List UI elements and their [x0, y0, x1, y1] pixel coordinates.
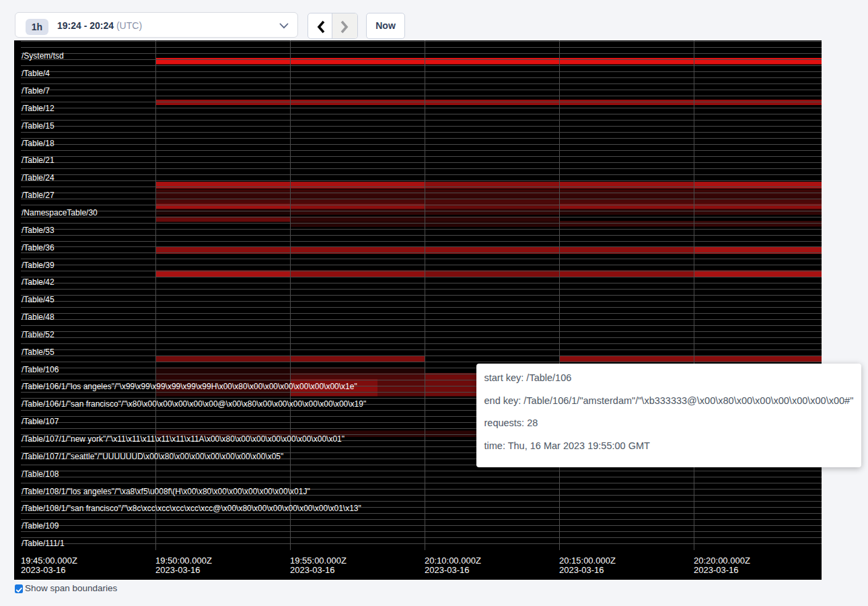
- svg-text:/Table/48: /Table/48: [22, 312, 55, 322]
- svg-text:/Table/18: /Table/18: [22, 139, 55, 148]
- svg-text:/Table/106: /Table/106: [22, 365, 59, 374]
- svg-text:/Table/106/1/"los angeles"/"\x: /Table/106/1/"los angeles"/"\x99\x99\x99…: [22, 382, 357, 391]
- svg-text:/Table/107: /Table/107: [22, 417, 59, 426]
- svg-text:/Table/111/1: /Table/111/1: [22, 539, 65, 548]
- svg-text:/NamespaceTable/30: /NamespaceTable/30: [22, 208, 98, 217]
- svg-text:/Table/7: /Table/7: [22, 86, 50, 96]
- svg-text:19:55:00.000Z: 19:55:00.000Z: [290, 556, 347, 566]
- svg-text:20:15:00.000Z: 20:15:00.000Z: [559, 556, 616, 566]
- svg-text:2023-03-16: 2023-03-16: [425, 565, 470, 575]
- svg-text:/Table/107/1/"new york"/"\x11\: /Table/107/1/"new york"/"\x11\x11\x11\x1…: [22, 434, 345, 444]
- svg-text:/Table/36: /Table/36: [22, 243, 55, 252]
- svg-text:/Table/106/1/"san francisco"/": /Table/106/1/"san francisco"/"\x80\x00\x…: [22, 399, 366, 409]
- svg-text:19:50:00.000Z: 19:50:00.000Z: [155, 556, 212, 566]
- svg-text:2023-03-16: 2023-03-16: [694, 565, 739, 575]
- svg-text:/Table/12: /Table/12: [22, 104, 55, 113]
- svg-text:2023-03-16: 2023-03-16: [155, 565, 201, 575]
- svg-text:/Table/27: /Table/27: [22, 191, 55, 200]
- svg-text:2023-03-16: 2023-03-16: [290, 565, 335, 575]
- svg-text:/Table/21: /Table/21: [22, 156, 55, 165]
- svg-text:/Table/107/1/"seattle"/"UUUUUU: /Table/107/1/"seattle"/"UUUUUUD\x00\x80\…: [22, 452, 283, 461]
- svg-text:20:10:00.000Z: 20:10:00.000Z: [425, 556, 481, 566]
- svg-text:/Table/45: /Table/45: [22, 295, 55, 304]
- svg-text:20:20:00.000Z: 20:20:00.000Z: [694, 556, 750, 566]
- svg-text:/Table/42: /Table/42: [22, 277, 55, 287]
- svg-text:19:45:00.000Z: 19:45:00.000Z: [21, 556, 77, 566]
- svg-text:/Table/109: /Table/109: [22, 521, 59, 531]
- svg-text:2023-03-16: 2023-03-16: [559, 565, 604, 575]
- svg-text:/Table/33: /Table/33: [22, 226, 55, 235]
- svg-text:/Table/15: /Table/15: [22, 121, 55, 131]
- svg-text:/Table/52: /Table/52: [22, 330, 55, 339]
- svg-text:/Table/108: /Table/108: [22, 469, 59, 479]
- svg-text:/Table/108/1/"los angeles"/"\x: /Table/108/1/"los angeles"/"\xa8\xf5\u00…: [22, 487, 310, 496]
- svg-text:/Table/4: /Table/4: [22, 69, 50, 78]
- svg-text:/Table/108/1/"san francisco"/": /Table/108/1/"san francisco"/"\x8c\xcc\x…: [22, 504, 361, 513]
- svg-text:/System/tsd: /System/tsd: [22, 51, 64, 61]
- svg-text:/Table/39: /Table/39: [22, 261, 55, 270]
- svg-text:/Table/55: /Table/55: [22, 347, 55, 357]
- svg-text:2023-03-16: 2023-03-16: [21, 565, 66, 575]
- svg-text:/Table/24: /Table/24: [22, 173, 55, 182]
